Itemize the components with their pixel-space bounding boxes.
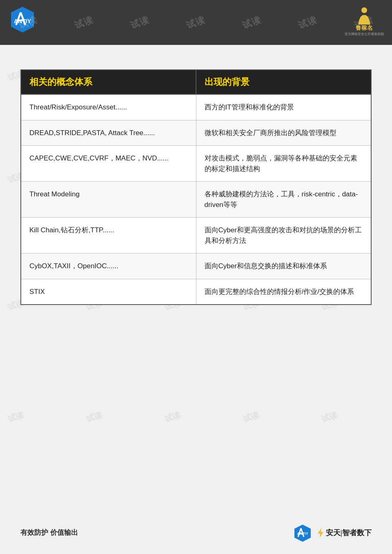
footer-brand-label: 安天|智者数下 bbox=[326, 528, 372, 538]
table-cell-col1-4: Kill Chain,钻石分析,TTP...... bbox=[21, 218, 196, 254]
svg-marker-12 bbox=[318, 528, 323, 538]
col1-header: 相关的概念体系 bbox=[21, 70, 196, 94]
brand-logo-icon bbox=[352, 6, 376, 24]
header-watermarks: 试读 试读 试读 试读 试读 试读 试读 bbox=[0, 0, 392, 45]
table-cell-col2-1: 微软和相关安全厂商所推出的风险管理模型 bbox=[196, 120, 371, 146]
table-cell-col2-5: 面向Cyber和信息交换的描述和标准体系 bbox=[196, 254, 371, 279]
concept-table: 相关的概念体系 出现的背景 Threat/Risk/Exposure/Asset… bbox=[20, 69, 372, 305]
table-cell-col2-0: 西方的IT管理和标准化的背景 bbox=[196, 94, 371, 120]
lightning-icon bbox=[316, 527, 325, 538]
footer-logo-icon: ANTIY bbox=[292, 523, 313, 542]
footer-slogan: 有效防护 价值输出 bbox=[20, 528, 78, 537]
header-brand: 鲁稼名 安天网络安全公开课第四期 bbox=[345, 6, 384, 36]
table-row: CAPEC,CWE,CVE,CVRF，MAEC，NVD......对攻击模式，脆… bbox=[21, 146, 371, 182]
table-row: STIX面向更完整的综合性的情报分析/作业/交换的体系 bbox=[21, 279, 371, 305]
table-cell-col2-3: 各种威胁建模的方法论，工具，risk-centric，data-driven等等 bbox=[196, 182, 371, 218]
table-row: Threat Modeling各种威胁建模的方法论，工具，risk-centri… bbox=[21, 182, 371, 218]
watermark-2: 试读 bbox=[73, 13, 95, 32]
footer-brand-row: 安天|智者数下 bbox=[316, 527, 372, 538]
table-cell-col1-0: Threat/Risk/Exposure/Asset...... bbox=[21, 94, 196, 120]
table-cell-col1-6: STIX bbox=[21, 279, 196, 305]
brand-subtitle: 安天网络安全公开课第四期 bbox=[345, 32, 384, 36]
bwm-19: 试读 bbox=[242, 409, 261, 425]
table-cell-col2-4: 面向Cyber和更高强度的攻击和对抗的场景的分析工具和分析方法 bbox=[196, 218, 371, 254]
watermark-3: 试读 bbox=[129, 13, 151, 32]
table-cell-col1-2: CAPEC,CWE,CVE,CVRF，MAEC，NVD...... bbox=[21, 146, 196, 182]
header: ANTIY 试读 试读 试读 试读 试读 试读 试读 鲁稼名 安天网络安全公开课… bbox=[0, 0, 392, 45]
main-content: 相关的概念体系 出现的背景 Threat/Risk/Exposure/Asset… bbox=[0, 45, 392, 321]
table-cell-col1-5: CybOX,TAXII，OpenIOC...... bbox=[21, 254, 196, 279]
col2-header: 出现的背景 bbox=[196, 70, 371, 94]
table-cell-col2-2: 对攻击模式，脆弱点，漏洞等各种基础的安全元素的标定和描述结构 bbox=[196, 146, 371, 182]
table-row: DREAD,STRIDE,PASTA, Attack Tree......微软和… bbox=[21, 120, 371, 146]
header-logo: ANTIY bbox=[8, 5, 43, 40]
watermark-6: 试读 bbox=[297, 13, 319, 32]
bwm-20: 试读 bbox=[320, 409, 339, 425]
table-cell-col1-1: DREAD,STRIDE,PASTA, Attack Tree...... bbox=[21, 120, 196, 146]
table-header-row: 相关的概念体系 出现的背景 bbox=[21, 70, 371, 94]
brand-name: 鲁稼名 bbox=[356, 24, 373, 32]
footer-brand: ANTIY 安天|智者数下 bbox=[292, 523, 372, 542]
watermark-5: 试读 bbox=[241, 13, 263, 32]
table-cell-col2-6: 面向更完整的综合性的情报分析/作业/交换的体系 bbox=[196, 279, 371, 305]
svg-point-5 bbox=[361, 7, 367, 13]
bwm-16: 试读 bbox=[7, 409, 26, 425]
bwm-17: 试读 bbox=[85, 409, 104, 425]
watermark-4: 试读 bbox=[185, 13, 207, 32]
table-row: Threat/Risk/Exposure/Asset......西方的IT管理和… bbox=[21, 94, 371, 120]
table-row: CybOX,TAXII，OpenIOC......面向Cyber和信息交换的描述… bbox=[21, 254, 371, 279]
table-cell-col1-3: Threat Modeling bbox=[21, 182, 196, 218]
table-row: Kill Chain,钻石分析,TTP......面向Cyber和更高强度的攻击… bbox=[21, 218, 371, 254]
footer: 有效防护 价值输出 ANTIY 安天|智者数下 bbox=[0, 523, 392, 542]
bwm-18: 试读 bbox=[163, 409, 183, 425]
footer-brand-text-container: 安天|智者数下 bbox=[316, 527, 372, 538]
